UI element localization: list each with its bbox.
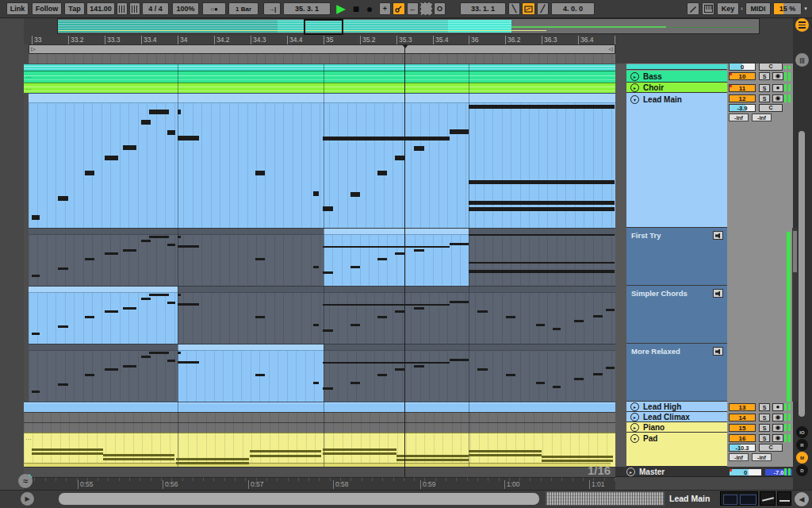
pad-volume-box[interactable]: -10.3 bbox=[729, 444, 756, 452]
lead-main-midi-num[interactable]: 12 bbox=[729, 94, 756, 102]
draw-region-button[interactable] bbox=[420, 2, 432, 15]
tap-tempo-button[interactable]: Tap bbox=[64, 2, 85, 15]
track-header-lead-main[interactable]: ▾ Lead Main bbox=[626, 93, 727, 228]
lead-climax-arm-button[interactable]: ◉ bbox=[772, 414, 783, 421]
choir-fold-icon[interactable]: ▸ bbox=[630, 83, 639, 92]
take-lane-audition-button[interactable] bbox=[713, 289, 723, 298]
io-section-toggle[interactable]: IO bbox=[796, 426, 808, 438]
pad-fold-icon[interactable]: ▾ bbox=[630, 434, 639, 443]
lead-climax-solo-button[interactable]: S bbox=[759, 414, 770, 421]
loop-start-field[interactable]: 33. 1. 1 bbox=[460, 2, 506, 15]
lanes-toggle-button[interactable]: ||| bbox=[795, 53, 809, 67]
track-header-pad[interactable]: ▾ Pad bbox=[626, 433, 727, 467]
take-lane-selected-segment[interactable] bbox=[324, 229, 469, 286]
clip-bass[interactable]: … bbox=[24, 71, 615, 83]
clip-overview-box[interactable] bbox=[546, 491, 665, 506]
piano-track-name[interactable]: Piano bbox=[643, 423, 665, 432]
delay-section-toggle[interactable]: D bbox=[796, 464, 808, 476]
keymap-capture-button[interactable] bbox=[393, 2, 405, 15]
arrangement-position-field[interactable]: 35. 3. 1 bbox=[283, 2, 331, 15]
overview-view-rectangle[interactable] bbox=[304, 19, 343, 35]
cpu-load-meter[interactable]: 15 % bbox=[773, 2, 802, 15]
bass-solo-button[interactable]: S bbox=[759, 72, 770, 80]
loop-bar[interactable]: ▷ ◁ bbox=[29, 44, 615, 54]
device-chain-title[interactable]: Lead Main bbox=[669, 494, 710, 503]
bass-fold-icon[interactable]: ▸ bbox=[630, 72, 639, 81]
pen-tablet-button[interactable] bbox=[687, 2, 699, 15]
choir-arm-button[interactable]: ● bbox=[772, 84, 783, 92]
draw-mode-button[interactable]: ╱ bbox=[537, 2, 549, 15]
loop-end-marker[interactable]: ◁ bbox=[607, 45, 614, 53]
clip-sliver-track[interactable] bbox=[24, 64, 615, 71]
scrub-area[interactable] bbox=[29, 54, 615, 64]
track-header-lead-climax[interactable]: ▸ Lead Climax bbox=[626, 412, 727, 422]
piano-arm-button[interactable]: ◉ bbox=[772, 424, 783, 432]
bass-arm-button[interactable]: ◉ bbox=[772, 72, 783, 80]
pad-send-b[interactable]: -inf bbox=[752, 453, 772, 461]
stop-button[interactable]: ■ bbox=[350, 2, 362, 16]
time-ruler-mode-button[interactable]: ≈ bbox=[18, 474, 33, 488]
master-fold-icon[interactable]: ▸ bbox=[626, 468, 635, 476]
overdub-plus-button[interactable]: + bbox=[379, 2, 391, 15]
take-lane-header-first-try[interactable]: First Try bbox=[626, 228, 727, 286]
pad-pan-box[interactable]: C bbox=[759, 444, 783, 452]
clip-preview-button[interactable]: ▶ bbox=[21, 492, 34, 506]
take-lane-row-2[interactable] bbox=[29, 344, 615, 402]
row-lead-climax[interactable] bbox=[24, 412, 615, 422]
lead-high-arm-button[interactable]: ● bbox=[772, 403, 783, 411]
lead-main-arm-button[interactable]: ◉ bbox=[772, 94, 783, 102]
key-map-mode-button[interactable]: Key bbox=[717, 2, 739, 15]
returns-section-toggle[interactable]: R bbox=[796, 439, 808, 451]
device-thumbnail-eq[interactable] bbox=[760, 491, 776, 506]
lead-main-pan-box[interactable]: C bbox=[759, 104, 783, 112]
lead-main-volume-box[interactable]: -3.9 bbox=[729, 104, 756, 112]
piano-midi-num[interactable]: 15 bbox=[729, 424, 756, 432]
play-button[interactable]: ▶ bbox=[334, 2, 348, 16]
computer-midi-keyboard-button[interactable] bbox=[702, 2, 714, 15]
beat-time-ruler[interactable]: 3333.233.333.43434.234.334.43535.235.335… bbox=[24, 35, 615, 44]
nudge-up-button[interactable] bbox=[129, 2, 140, 15]
lane-scroll-handle[interactable] bbox=[793, 231, 797, 272]
time-signature-field[interactable]: 4 / 4 bbox=[142, 2, 169, 15]
sliver-pan-box[interactable]: C bbox=[759, 63, 783, 71]
loop-length-field[interactable]: 4. 0. 0 bbox=[551, 2, 595, 15]
clip-lead-high[interactable] bbox=[24, 402, 615, 412]
device-thumbnail-instrument[interactable] bbox=[720, 491, 758, 506]
track-header-lead-high[interactable]: ▸ Lead High bbox=[626, 402, 727, 412]
scroll-to-playhead-button[interactable]: →| bbox=[263, 2, 281, 15]
lead-main-clip-titlebar[interactable] bbox=[29, 94, 615, 103]
choir-midi-num[interactable]: 11 bbox=[729, 84, 756, 92]
choir-track-name[interactable]: Choir bbox=[643, 83, 664, 92]
lead-climax-midi-num[interactable]: 14 bbox=[729, 414, 756, 421]
take-lane-row-1[interactable] bbox=[29, 286, 615, 344]
device-thumbnail-comp[interactable] bbox=[777, 491, 791, 506]
back-to-arrangement-button[interactable]: ← bbox=[407, 2, 419, 15]
lead-climax-track-name[interactable]: Lead Climax bbox=[643, 413, 690, 421]
arrangement-overview[interactable] bbox=[57, 18, 760, 34]
lead-main-track-name[interactable]: Lead Main bbox=[643, 95, 682, 104]
automation-mode-button[interactable] bbox=[522, 2, 535, 15]
nudge-down-button[interactable] bbox=[117, 2, 128, 15]
lead-high-midi-num[interactable]: 13 bbox=[729, 403, 756, 411]
metronome-button[interactable]: ○● bbox=[202, 2, 226, 15]
sliver-num-box[interactable]: 0 bbox=[729, 63, 756, 71]
bass-track-name[interactable]: Bass bbox=[643, 72, 662, 81]
cpu-dropdown-arrow[interactable]: ▾ bbox=[802, 5, 809, 13]
lead-main-solo-button[interactable]: S bbox=[759, 94, 770, 102]
follow-button[interactable]: Follow bbox=[32, 2, 62, 15]
pad-track-name[interactable]: Pad bbox=[643, 434, 657, 443]
link-button[interactable]: Link bbox=[6, 2, 29, 15]
lead-main-fold-icon[interactable]: ▾ bbox=[630, 95, 639, 104]
take-lane-audition-button[interactable] bbox=[713, 347, 723, 356]
track-header-bass[interactable]: ▸ Bass bbox=[626, 71, 727, 83]
tempo-field[interactable]: 141.00 bbox=[86, 2, 115, 15]
lead-main-send-a[interactable]: -inf bbox=[729, 114, 749, 121]
lead-high-solo-button[interactable]: S bbox=[759, 403, 770, 411]
take-lane-row-0[interactable] bbox=[29, 228, 615, 286]
take-lane-selected-segment[interactable] bbox=[178, 344, 324, 402]
choir-solo-button[interactable]: S bbox=[759, 84, 770, 92]
time-ruler[interactable]: 0:550:560:570:580:591:001:01 bbox=[24, 477, 615, 490]
quantize-menu[interactable]: 100% bbox=[172, 2, 199, 15]
pad-solo-button[interactable]: S bbox=[759, 434, 770, 442]
lead-main-send-b[interactable]: -inf bbox=[752, 114, 772, 121]
